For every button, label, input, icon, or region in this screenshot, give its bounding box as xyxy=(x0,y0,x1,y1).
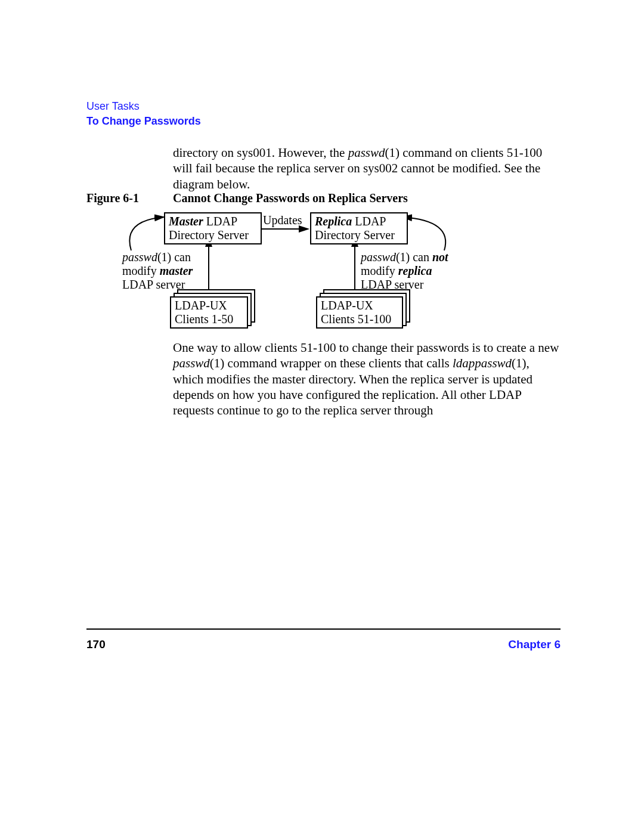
p2-cmd1: passwd xyxy=(173,356,210,370)
page: User Tasks To Change Passwords directory… xyxy=(0,0,644,833)
ra-l2pre: modify xyxy=(361,264,398,277)
paragraph-bottom: One way to allow clients 51-100 to chang… xyxy=(173,340,561,418)
figure-label: Figure 6-1 xyxy=(86,191,139,205)
diagram: Master LDAP Directory Server Updates Rep… xyxy=(86,209,564,334)
master-line2: Directory Server xyxy=(169,228,249,241)
ra-l2bold: replica xyxy=(398,264,432,277)
left-annotation: passwd(1) can modify master LDAP server xyxy=(122,250,193,292)
p1-cmd: passwd xyxy=(348,145,385,160)
p2-1: One way to allow clients 51-100 to chang… xyxy=(173,340,559,355)
footer-rule xyxy=(86,628,561,630)
replica-line2: Directory Server xyxy=(315,228,395,241)
section-link[interactable]: User Tasks xyxy=(86,100,140,112)
page-number: 170 xyxy=(86,638,106,651)
figure-caption: Cannot Change Passwords on Replica Serve… xyxy=(173,191,408,205)
la-l2bold: master xyxy=(160,264,193,277)
cr-l1: LDAP-UX xyxy=(321,299,373,312)
master-rest: LDAP xyxy=(203,215,237,228)
ra-cmd: passwd xyxy=(361,250,396,264)
la-cmd: passwd xyxy=(122,250,157,264)
la-l2pre: modify xyxy=(122,264,160,277)
subsection-link[interactable]: To Change Passwords xyxy=(86,115,201,127)
cl-l2: Clients 1-50 xyxy=(175,312,233,326)
master-box: Master LDAP Directory Server xyxy=(164,212,262,244)
ra-mid: (1) can xyxy=(396,250,432,264)
clients-right: LDAP-UX Clients 51-100 xyxy=(316,296,403,329)
replica-rest: LDAP xyxy=(352,215,386,228)
p1-pre: directory on sys001. However, the xyxy=(173,145,348,160)
paragraph-top: directory on sys001. However, the passwd… xyxy=(173,145,561,192)
right-annotation: passwd(1) can not modify replica LDAP se… xyxy=(361,250,448,292)
cl-l1: LDAP-UX xyxy=(175,299,227,312)
p2-2: (1) command wrapper on these clients tha… xyxy=(210,356,453,370)
la-rest: (1) can xyxy=(157,250,191,264)
updates-label: Updates xyxy=(263,213,302,227)
chapter-link[interactable]: Chapter 6 xyxy=(508,638,561,651)
cr-l2: Clients 51-100 xyxy=(321,312,391,326)
replica-box: Replica LDAP Directory Server xyxy=(310,212,408,244)
p2-cmd2: ldappasswd xyxy=(453,356,512,370)
la-l3: LDAP server xyxy=(122,278,185,291)
clients-left: LDAP-UX Clients 1-50 xyxy=(170,296,248,329)
page-header: User Tasks To Change Passwords xyxy=(86,99,201,129)
master-bold: Master xyxy=(169,215,203,228)
replica-bold: Replica xyxy=(315,215,352,228)
ra-bold: not xyxy=(432,250,448,264)
